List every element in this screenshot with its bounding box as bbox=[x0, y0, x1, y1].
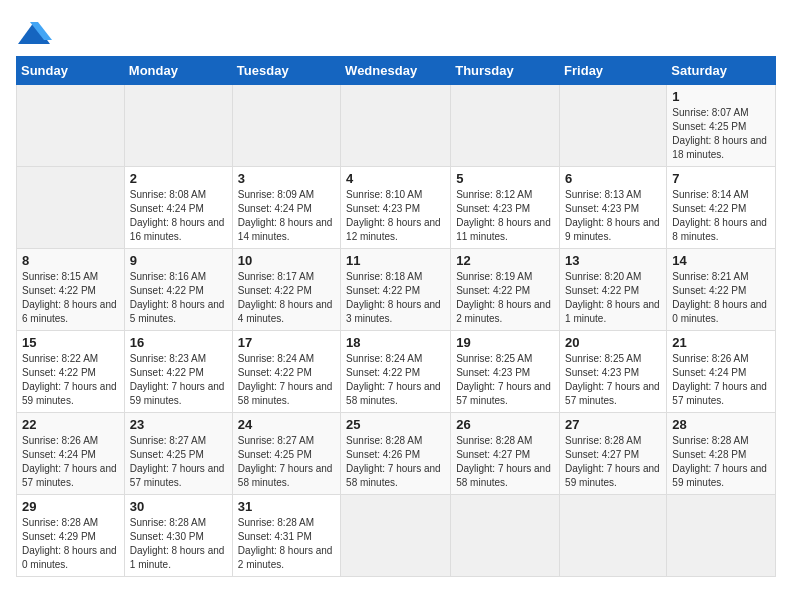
day-number: 25 bbox=[346, 417, 445, 432]
page-header bbox=[16, 16, 776, 48]
calendar-cell: 4 Sunrise: 8:10 AM Sunset: 4:23 PM Dayli… bbox=[341, 167, 451, 249]
header-day-sunday: Sunday bbox=[17, 57, 125, 85]
calendar-cell: 31 Sunrise: 8:28 AM Sunset: 4:31 PM Dayl… bbox=[232, 495, 340, 577]
day-info: Sunrise: 8:10 AM Sunset: 4:23 PM Dayligh… bbox=[346, 188, 445, 244]
day-info: Sunrise: 8:18 AM Sunset: 4:22 PM Dayligh… bbox=[346, 270, 445, 326]
day-info: Sunrise: 8:19 AM Sunset: 4:22 PM Dayligh… bbox=[456, 270, 554, 326]
calendar-cell bbox=[667, 495, 776, 577]
day-info: Sunrise: 8:27 AM Sunset: 4:25 PM Dayligh… bbox=[130, 434, 227, 490]
calendar-cell: 21 Sunrise: 8:26 AM Sunset: 4:24 PM Dayl… bbox=[667, 331, 776, 413]
day-number: 24 bbox=[238, 417, 335, 432]
day-info: Sunrise: 8:08 AM Sunset: 4:24 PM Dayligh… bbox=[130, 188, 227, 244]
calendar-week-row: 8 Sunrise: 8:15 AM Sunset: 4:22 PM Dayli… bbox=[17, 249, 776, 331]
day-info: Sunrise: 8:07 AM Sunset: 4:25 PM Dayligh… bbox=[672, 106, 770, 162]
calendar-cell: 29 Sunrise: 8:28 AM Sunset: 4:29 PM Dayl… bbox=[17, 495, 125, 577]
calendar-cell: 2 Sunrise: 8:08 AM Sunset: 4:24 PM Dayli… bbox=[124, 167, 232, 249]
day-number: 22 bbox=[22, 417, 119, 432]
calendar-cell: 16 Sunrise: 8:23 AM Sunset: 4:22 PM Dayl… bbox=[124, 331, 232, 413]
calendar-week-row: 22 Sunrise: 8:26 AM Sunset: 4:24 PM Dayl… bbox=[17, 413, 776, 495]
calendar-cell bbox=[451, 495, 560, 577]
day-number: 12 bbox=[456, 253, 554, 268]
day-info: Sunrise: 8:28 AM Sunset: 4:27 PM Dayligh… bbox=[565, 434, 661, 490]
day-info: Sunrise: 8:13 AM Sunset: 4:23 PM Dayligh… bbox=[565, 188, 661, 244]
day-info: Sunrise: 8:24 AM Sunset: 4:22 PM Dayligh… bbox=[346, 352, 445, 408]
day-info: Sunrise: 8:14 AM Sunset: 4:22 PM Dayligh… bbox=[672, 188, 770, 244]
day-info: Sunrise: 8:16 AM Sunset: 4:22 PM Dayligh… bbox=[130, 270, 227, 326]
day-info: Sunrise: 8:28 AM Sunset: 4:31 PM Dayligh… bbox=[238, 516, 335, 572]
day-info: Sunrise: 8:24 AM Sunset: 4:22 PM Dayligh… bbox=[238, 352, 335, 408]
calendar-cell: 3 Sunrise: 8:09 AM Sunset: 4:24 PM Dayli… bbox=[232, 167, 340, 249]
day-number: 7 bbox=[672, 171, 770, 186]
calendar-header-row: SundayMondayTuesdayWednesdayThursdayFrid… bbox=[17, 57, 776, 85]
day-info: Sunrise: 8:22 AM Sunset: 4:22 PM Dayligh… bbox=[22, 352, 119, 408]
calendar-cell bbox=[232, 85, 340, 167]
calendar-cell bbox=[560, 495, 667, 577]
day-info: Sunrise: 8:21 AM Sunset: 4:22 PM Dayligh… bbox=[672, 270, 770, 326]
day-info: Sunrise: 8:26 AM Sunset: 4:24 PM Dayligh… bbox=[672, 352, 770, 408]
day-number: 11 bbox=[346, 253, 445, 268]
day-info: Sunrise: 8:28 AM Sunset: 4:29 PM Dayligh… bbox=[22, 516, 119, 572]
day-info: Sunrise: 8:28 AM Sunset: 4:28 PM Dayligh… bbox=[672, 434, 770, 490]
day-number: 1 bbox=[672, 89, 770, 104]
day-info: Sunrise: 8:12 AM Sunset: 4:23 PM Dayligh… bbox=[456, 188, 554, 244]
day-number: 16 bbox=[130, 335, 227, 350]
logo bbox=[16, 20, 56, 48]
calendar-cell bbox=[341, 495, 451, 577]
day-number: 5 bbox=[456, 171, 554, 186]
calendar-cell: 30 Sunrise: 8:28 AM Sunset: 4:30 PM Dayl… bbox=[124, 495, 232, 577]
calendar-cell: 18 Sunrise: 8:24 AM Sunset: 4:22 PM Dayl… bbox=[341, 331, 451, 413]
header-day-tuesday: Tuesday bbox=[232, 57, 340, 85]
header-day-monday: Monday bbox=[124, 57, 232, 85]
day-number: 15 bbox=[22, 335, 119, 350]
calendar-table: SundayMondayTuesdayWednesdayThursdayFrid… bbox=[16, 56, 776, 577]
calendar-cell: 10 Sunrise: 8:17 AM Sunset: 4:22 PM Dayl… bbox=[232, 249, 340, 331]
day-number: 3 bbox=[238, 171, 335, 186]
calendar-cell bbox=[560, 85, 667, 167]
calendar-cell: 28 Sunrise: 8:28 AM Sunset: 4:28 PM Dayl… bbox=[667, 413, 776, 495]
header-day-wednesday: Wednesday bbox=[341, 57, 451, 85]
day-number: 17 bbox=[238, 335, 335, 350]
day-info: Sunrise: 8:25 AM Sunset: 4:23 PM Dayligh… bbox=[565, 352, 661, 408]
day-number: 18 bbox=[346, 335, 445, 350]
day-number: 4 bbox=[346, 171, 445, 186]
header-day-saturday: Saturday bbox=[667, 57, 776, 85]
calendar-cell: 5 Sunrise: 8:12 AM Sunset: 4:23 PM Dayli… bbox=[451, 167, 560, 249]
calendar-body: 1 Sunrise: 8:07 AM Sunset: 4:25 PM Dayli… bbox=[17, 85, 776, 577]
calendar-cell: 23 Sunrise: 8:27 AM Sunset: 4:25 PM Dayl… bbox=[124, 413, 232, 495]
calendar-cell bbox=[341, 85, 451, 167]
day-number: 26 bbox=[456, 417, 554, 432]
calendar-cell: 27 Sunrise: 8:28 AM Sunset: 4:27 PM Dayl… bbox=[560, 413, 667, 495]
calendar-cell: 26 Sunrise: 8:28 AM Sunset: 4:27 PM Dayl… bbox=[451, 413, 560, 495]
day-number: 29 bbox=[22, 499, 119, 514]
calendar-week-row: 1 Sunrise: 8:07 AM Sunset: 4:25 PM Dayli… bbox=[17, 85, 776, 167]
calendar-cell: 11 Sunrise: 8:18 AM Sunset: 4:22 PM Dayl… bbox=[341, 249, 451, 331]
day-number: 14 bbox=[672, 253, 770, 268]
day-info: Sunrise: 8:28 AM Sunset: 4:30 PM Dayligh… bbox=[130, 516, 227, 572]
calendar-week-row: 15 Sunrise: 8:22 AM Sunset: 4:22 PM Dayl… bbox=[17, 331, 776, 413]
day-number: 30 bbox=[130, 499, 227, 514]
day-number: 27 bbox=[565, 417, 661, 432]
calendar-cell: 22 Sunrise: 8:26 AM Sunset: 4:24 PM Dayl… bbox=[17, 413, 125, 495]
day-info: Sunrise: 8:25 AM Sunset: 4:23 PM Dayligh… bbox=[456, 352, 554, 408]
calendar-cell: 24 Sunrise: 8:27 AM Sunset: 4:25 PM Dayl… bbox=[232, 413, 340, 495]
calendar-cell: 12 Sunrise: 8:19 AM Sunset: 4:22 PM Dayl… bbox=[451, 249, 560, 331]
calendar-cell: 9 Sunrise: 8:16 AM Sunset: 4:22 PM Dayli… bbox=[124, 249, 232, 331]
header-day-friday: Friday bbox=[560, 57, 667, 85]
day-number: 8 bbox=[22, 253, 119, 268]
day-number: 9 bbox=[130, 253, 227, 268]
calendar-cell: 17 Sunrise: 8:24 AM Sunset: 4:22 PM Dayl… bbox=[232, 331, 340, 413]
day-info: Sunrise: 8:23 AM Sunset: 4:22 PM Dayligh… bbox=[130, 352, 227, 408]
calendar-cell: 20 Sunrise: 8:25 AM Sunset: 4:23 PM Dayl… bbox=[560, 331, 667, 413]
day-info: Sunrise: 8:28 AM Sunset: 4:26 PM Dayligh… bbox=[346, 434, 445, 490]
day-info: Sunrise: 8:09 AM Sunset: 4:24 PM Dayligh… bbox=[238, 188, 335, 244]
day-number: 23 bbox=[130, 417, 227, 432]
day-info: Sunrise: 8:20 AM Sunset: 4:22 PM Dayligh… bbox=[565, 270, 661, 326]
calendar-cell: 15 Sunrise: 8:22 AM Sunset: 4:22 PM Dayl… bbox=[17, 331, 125, 413]
calendar-cell: 8 Sunrise: 8:15 AM Sunset: 4:22 PM Dayli… bbox=[17, 249, 125, 331]
calendar-cell bbox=[17, 167, 125, 249]
calendar-cell: 6 Sunrise: 8:13 AM Sunset: 4:23 PM Dayli… bbox=[560, 167, 667, 249]
calendar-cell: 1 Sunrise: 8:07 AM Sunset: 4:25 PM Dayli… bbox=[667, 85, 776, 167]
calendar-cell: 13 Sunrise: 8:20 AM Sunset: 4:22 PM Dayl… bbox=[560, 249, 667, 331]
day-info: Sunrise: 8:27 AM Sunset: 4:25 PM Dayligh… bbox=[238, 434, 335, 490]
calendar-week-row: 2 Sunrise: 8:08 AM Sunset: 4:24 PM Dayli… bbox=[17, 167, 776, 249]
